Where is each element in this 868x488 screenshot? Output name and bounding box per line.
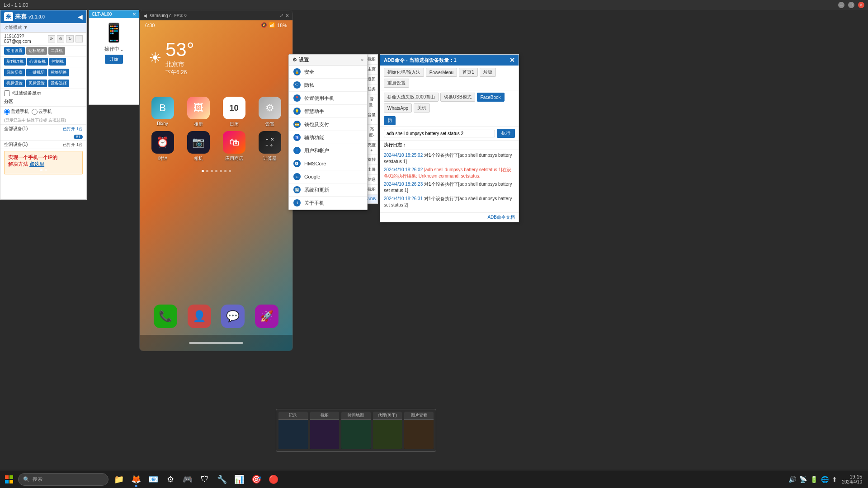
- app-bixby[interactable]: B Bixby: [146, 97, 179, 127]
- start-button[interactable]: 开始: [105, 55, 123, 64]
- btn-t1[interactable]: 草T机T机: [4, 58, 26, 66]
- adb-btn-shutdown[interactable]: 关机: [414, 103, 430, 113]
- desktop: 来 来喜 v1.1.0.0 ◀ 功能模式 ▼ 119160??867@qq.co…: [0, 10, 868, 470]
- tray-network[interactable]: 📡: [798, 476, 808, 483]
- settings-sysupdate[interactable]: 🔄 系统和更新: [289, 183, 367, 197]
- taskbar-app-settings[interactable]: ⚙: [162, 471, 179, 488]
- function-btns-1: 草T机T机 心设备机 控制机: [0, 56, 86, 67]
- settings-about[interactable]: ℹ 关于手机: [289, 197, 367, 210]
- cloud-phone-option[interactable]: 云手机: [32, 108, 52, 115]
- preview-tab-5[interactable]: 图片查看: [404, 412, 434, 449]
- tab-common-settings[interactable]: 常用设置: [4, 47, 25, 55]
- device-item-all[interactable]: 全部设备(1) 已打开 1台: [0, 125, 86, 133]
- tray-upload[interactable]: ⬆: [831, 476, 838, 483]
- sync-icon[interactable]: ⟳: [48, 35, 55, 42]
- app-store[interactable]: 🛍 应用商店: [218, 131, 250, 162]
- btn-shellmark[interactable]: 贝标设置: [26, 80, 47, 87]
- adb-footer-link[interactable]: ADB命令文档: [380, 212, 519, 222]
- adb-btn-trash[interactable]: 垃圾: [480, 68, 496, 77]
- phone-back-btn[interactable]: ◀: [143, 13, 147, 18]
- function-btns-3: 机标设置 贝标设置 设备选择: [0, 78, 86, 89]
- adb-command-input[interactable]: [384, 130, 495, 137]
- dock-contacts[interactable]: 👤: [188, 305, 211, 328]
- btn-onekey[interactable]: 一键机切: [26, 69, 47, 76]
- dock-phone[interactable]: 📞: [154, 305, 177, 328]
- left-panel-collapse[interactable]: ◀: [78, 13, 83, 20]
- adb-exec-btn[interactable]: 执行: [497, 129, 515, 138]
- app-clock[interactable]: ⏰ 时钟: [146, 131, 179, 162]
- tray-globe[interactable]: 🌐: [820, 476, 830, 483]
- adb-btn-whatsapp[interactable]: WhatsApp: [384, 103, 412, 113]
- adb-panel: ADB命令 - 当前选择设备数量：1 ✕ 初始化弹/输入法 PowerMenu …: [380, 54, 519, 222]
- ad-banner[interactable]: 实现一个手机一个IP的 解决方法 点这里: [4, 151, 83, 174]
- maximize-button[interactable]: □: [848, 2, 854, 8]
- refresh-icon[interactable]: ↻: [66, 35, 73, 42]
- function-btns-2: 原装切换 一键机切 标签切换: [0, 67, 86, 78]
- phone-expand-btn[interactable]: ⤢: [280, 13, 283, 18]
- settings-google[interactable]: G Google: [289, 170, 367, 183]
- checkbox-row: √过滤设备显示: [0, 89, 86, 97]
- minimize-button[interactable]: ─: [838, 2, 844, 8]
- taskbar-app-shield[interactable]: 🛡: [197, 471, 213, 488]
- taskbar-app-tools[interactable]: 🔧: [214, 471, 230, 488]
- preview-tab-1[interactable]: 记录: [278, 412, 308, 449]
- taskbar-app-email[interactable]: 📧: [145, 471, 161, 488]
- tab-standard[interactable]: 达标笔单: [26, 47, 47, 55]
- start-button[interactable]: [0, 470, 18, 488]
- left-panel-subtitle[interactable]: 功能模式 ▼: [0, 23, 86, 33]
- app-gallery[interactable]: 🖼 相册: [182, 97, 214, 127]
- settings-hms[interactable]: 🅗 HMSCore: [289, 157, 367, 170]
- taskbar-app-target[interactable]: 🎯: [248, 471, 264, 488]
- adb-btn-init[interactable]: 初始化弹/输入法: [384, 68, 424, 77]
- close-button[interactable]: ✕: [858, 2, 864, 8]
- app-settings[interactable]: ⚙ 设置: [254, 97, 286, 127]
- adb-close-btn[interactable]: ✕: [509, 56, 515, 64]
- adb-active-tag[interactable]: 切: [384, 116, 396, 125]
- settings-location[interactable]: 📍 位置使用手机: [289, 92, 367, 105]
- btn-device-select[interactable]: 设备选择: [48, 80, 69, 87]
- device-item-free[interactable]: 空闲设备(1) 已打开 1台: [0, 141, 86, 149]
- app-camera[interactable]: 📷 相机: [182, 131, 214, 162]
- adb-btn-facebook[interactable]: FaceBook: [477, 93, 505, 102]
- taskbar-app-game[interactable]: 🎮: [179, 471, 196, 488]
- app-calculator[interactable]: +✕−÷ 计算器: [254, 131, 286, 162]
- taskbar-app-folder[interactable]: 📁: [111, 471, 127, 488]
- tab-device[interactable]: 二具机: [48, 47, 65, 55]
- clock-display[interactable]: 19:15 2024/4/10: [840, 474, 865, 484]
- adb-btn-power[interactable]: PowerMenu: [426, 68, 457, 77]
- dock-browser[interactable]: 🚀: [255, 305, 278, 328]
- settings-accessibility[interactable]: ♿ 辅助功能: [289, 131, 367, 144]
- adb-btn-flood[interactable]: 拼命人流失败:0000首山: [384, 93, 439, 102]
- settings-icon[interactable]: ⚙: [57, 35, 64, 42]
- more-icon[interactable]: …: [75, 35, 83, 42]
- search-bar[interactable]: 🔍 搜索: [18, 473, 108, 486]
- settings-security[interactable]: 🔒 安全: [289, 66, 367, 79]
- adb-btn-reboot[interactable]: 重启设置: [384, 79, 409, 88]
- btn-original[interactable]: 原装切换: [4, 69, 25, 76]
- app-calendar[interactable]: 10 日历: [218, 97, 250, 127]
- phone-close-btn[interactable]: ✕: [285, 13, 289, 18]
- settings-privacy[interactable]: 🛡 隐私: [289, 79, 367, 92]
- btn-label[interactable]: 标签切换: [48, 69, 69, 76]
- settings-accounts[interactable]: 👤 用户和帐户: [289, 144, 367, 157]
- preview-tab-2[interactable]: 截图: [310, 412, 340, 449]
- tray-battery[interactable]: 🔋: [809, 476, 819, 483]
- taskbar-app-stats[interactable]: 📊: [231, 471, 247, 488]
- preview-tab-4[interactable]: 代理(美于): [373, 412, 402, 449]
- settings-assistant[interactable]: 💡 智慧助手: [289, 105, 367, 118]
- btn-control[interactable]: 控制机: [49, 58, 66, 66]
- weather-icon: ☀: [149, 49, 162, 66]
- show-hint-checkbox[interactable]: [4, 90, 10, 96]
- adb-btn-usb[interactable]: 切换USB模式: [440, 93, 475, 102]
- taskbar-app-red[interactable]: 🔴: [265, 471, 282, 488]
- settings-payment[interactable]: 💳 钱包及支付: [289, 118, 367, 131]
- dock-messages[interactable]: 💬: [221, 305, 245, 328]
- btn-mark-settings[interactable]: 机标设置: [4, 80, 25, 87]
- phone-screen[interactable]: 6:30 🔕 📶 18% ☀ 53° 北京市 下午6:26 B Bixby: [140, 20, 292, 351]
- preview-tab-3[interactable]: 时间地图: [341, 412, 371, 449]
- taskbar-app-browser[interactable]: 🦊: [128, 471, 144, 488]
- tray-volume[interactable]: 🔊: [788, 476, 797, 483]
- btn-device-setup[interactable]: 心设备机: [27, 58, 48, 66]
- adb-btn-home[interactable]: 首页1: [459, 68, 478, 77]
- normal-phone-option[interactable]: 普通手机: [4, 108, 29, 115]
